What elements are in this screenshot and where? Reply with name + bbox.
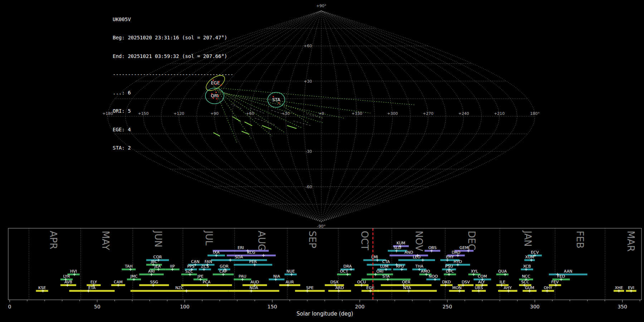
shower-code-label: DKD (442, 280, 451, 284)
shower-code-label: SSG (150, 280, 158, 284)
shower-code-label: AUR (286, 280, 294, 284)
longitude-label: +0 (318, 111, 324, 116)
shower-code-label: OCU (357, 280, 366, 284)
shower-code-label: ECV (531, 250, 539, 255)
shower-code-label: XYL (471, 269, 478, 274)
month-label: MAY (100, 231, 111, 250)
shower-code-label: AVB (64, 280, 72, 284)
axis-tick-label: 200 (355, 304, 365, 309)
shower-code-label: LEO (413, 255, 421, 259)
x-axis-title: Solar longitude (deg) (297, 311, 353, 317)
shower-code-label: PER (249, 259, 257, 264)
shower-code-label: SPE (306, 286, 314, 290)
shower-code-label: AMO (421, 269, 430, 274)
shower-code-label: MON (452, 286, 462, 290)
shower-code-label: LMI (371, 255, 378, 259)
shower-code-label: LYR (63, 274, 70, 279)
shower-code-label: IXA (213, 250, 220, 255)
shower-code-label: AND (404, 250, 413, 255)
count-ege: EGE: 4 (113, 127, 233, 133)
shower-code-label: NOO (429, 274, 438, 279)
shower-code-label: DSX (330, 280, 338, 284)
shower-code-label: NDA (250, 286, 259, 290)
shower-code-label: NUE (287, 269, 295, 274)
meteor-trail (245, 122, 252, 126)
count-ori: ORI: 5 (113, 108, 233, 114)
session-info-block: UK005V Beg: 20251020 23:31:16 (sol = 207… (113, 4, 233, 163)
shower-code-label: JMC (130, 274, 138, 279)
shower-code-label: ORI (376, 269, 384, 274)
longitude-label: +180 (102, 111, 113, 116)
shower-code-label: AUD (250, 280, 259, 284)
peak-marker (421, 259, 424, 262)
shower-code-label: OCT (340, 269, 348, 274)
peak-marker (185, 289, 188, 292)
shower-code-label: CTA (382, 259, 390, 264)
shower-code-label: DSV (462, 280, 470, 284)
radiant-point (279, 103, 280, 104)
shower-code-label: AHY (504, 286, 512, 290)
station-id: UK005V (113, 16, 233, 23)
shower-code-label: GEM (459, 245, 468, 250)
month-label: OCT (359, 231, 370, 250)
peak-marker (262, 254, 265, 257)
radiant-label: STA (272, 97, 280, 102)
shower-code-label: SLD (394, 245, 401, 250)
shower-code-label: JPE (197, 274, 204, 279)
axis-tick-label: 300 (530, 304, 540, 309)
shower-code-label: XUM (525, 255, 534, 259)
shower-code-label: EVI (628, 286, 634, 290)
shower-code-label: SCC (521, 280, 530, 284)
shower-code-label: DPC (446, 269, 454, 274)
shower-code-label: THA (415, 264, 424, 269)
axis-tick-label: 100 (180, 304, 190, 309)
solar-longitude-activity-chart: APRMAYJUNJULAUGSEPOCTNOVDECJANFEBMARKUME… (0, 224, 644, 322)
shower-code-label: JBC (151, 259, 158, 264)
shower-code-label: HVI (70, 269, 77, 274)
shower-code-label: ARD (336, 286, 344, 290)
meteor-path-dotted (219, 88, 414, 105)
shower-code-label: KCG (247, 250, 255, 255)
shower-code-label: CAP (219, 269, 227, 274)
shower-code-label: ARI (148, 269, 155, 274)
shower-code-label: DAD (452, 250, 460, 255)
sporadic-trail (293, 121, 311, 126)
latitude-label: +60 (304, 44, 312, 48)
shower-code-label: OHY (544, 286, 552, 290)
shower-code-label: CAM (114, 280, 123, 284)
axis-tick-label: 50 (94, 304, 101, 309)
shower-code-label: EHY (446, 255, 454, 259)
axis-tick-label: 0 (8, 304, 11, 309)
meteor-trail (262, 126, 271, 129)
meteor-path-dotted (225, 94, 370, 113)
meteor-trail (242, 131, 249, 134)
month-label: JUL (204, 230, 214, 246)
sky-map-radiant-plot: +180+150+120+90+60+30+0+330+300+270+240+… (0, 0, 644, 232)
latitude-label: -30 (306, 149, 312, 154)
shower-code-label: KUM (396, 241, 405, 245)
month-label: SEP (307, 231, 318, 248)
meteor-trail (287, 126, 296, 128)
shower-code-label: AAN (564, 269, 572, 274)
shower-code-label: TAH (125, 264, 133, 269)
shower-code-label: LUM (380, 264, 389, 269)
shower-code-label: COM (478, 274, 487, 279)
peak-marker (229, 259, 232, 262)
shower-code-label: NCC (522, 274, 531, 279)
month-label: JAN (522, 230, 533, 247)
shower-code-label: PCA (203, 280, 211, 284)
shower-code-label: PPS (187, 264, 194, 269)
radiant-point (273, 96, 274, 97)
shower-code-label: COR (153, 255, 162, 259)
shower-code-label: FEV (551, 280, 559, 284)
separator-line: ---------------------------------------- (113, 72, 233, 78)
shower-code-label: ELY (91, 280, 97, 284)
shower-code-label: ERI (238, 245, 244, 250)
axis-tick-label: 250 (443, 304, 452, 309)
latitude-label: -60 (306, 185, 312, 189)
longitude-label: +210 (494, 111, 504, 116)
session-begin: Beg: 20251020 23:31:16 (sol = 207.47°) (113, 35, 233, 41)
shower-code-label: ILE (499, 280, 505, 284)
shower-code-label: GUM (525, 286, 534, 290)
longitude-label: +30 (282, 111, 290, 116)
